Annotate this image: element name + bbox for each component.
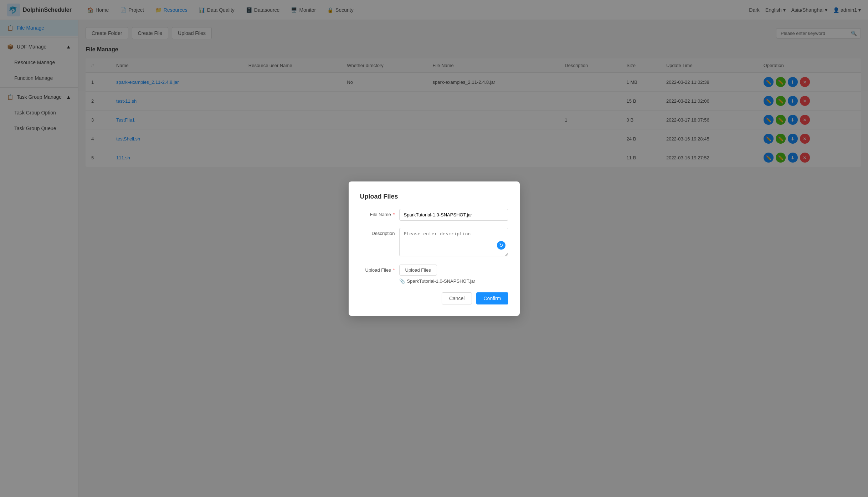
file-name-label: File Name * <box>360 209 399 221</box>
paperclip-icon: 📎 <box>399 278 405 284</box>
uploaded-file-info: 📎 SparkTutorial-1.0-SNAPSHOT.jar <box>399 278 508 284</box>
description-label: Description <box>360 228 399 257</box>
upload-control: Upload Files 📎 SparkTutorial-1.0-SNAPSHO… <box>399 265 508 284</box>
form-row-description: Description ↻ <box>360 228 508 257</box>
required-star-upload: * <box>393 267 395 273</box>
file-name-control <box>399 209 508 221</box>
description-textarea[interactable] <box>399 228 508 256</box>
required-star-filename: * <box>393 212 395 217</box>
upload-label: Upload Files * <box>360 265 399 284</box>
upload-files-modal-button[interactable]: Upload Files <box>399 265 437 276</box>
form-row-filename: File Name * <box>360 209 508 221</box>
refresh-icon[interactable]: ↻ <box>497 241 505 250</box>
description-control: ↻ <box>399 228 508 257</box>
modal-title: Upload Files <box>360 193 508 200</box>
modal-footer: Cancel Confirm <box>360 292 508 304</box>
file-name-input[interactable] <box>399 209 508 221</box>
modal-overlay: Upload Files File Name * Description ↻ <box>0 0 868 497</box>
uploaded-filename: SparkTutorial-1.0-SNAPSHOT.jar <box>407 278 476 284</box>
upload-files-modal: Upload Files File Name * Description ↻ <box>349 181 520 316</box>
confirm-button[interactable]: Confirm <box>476 292 508 304</box>
cancel-button[interactable]: Cancel <box>442 292 472 304</box>
form-row-upload: Upload Files * Upload Files 📎 SparkTutor… <box>360 265 508 284</box>
